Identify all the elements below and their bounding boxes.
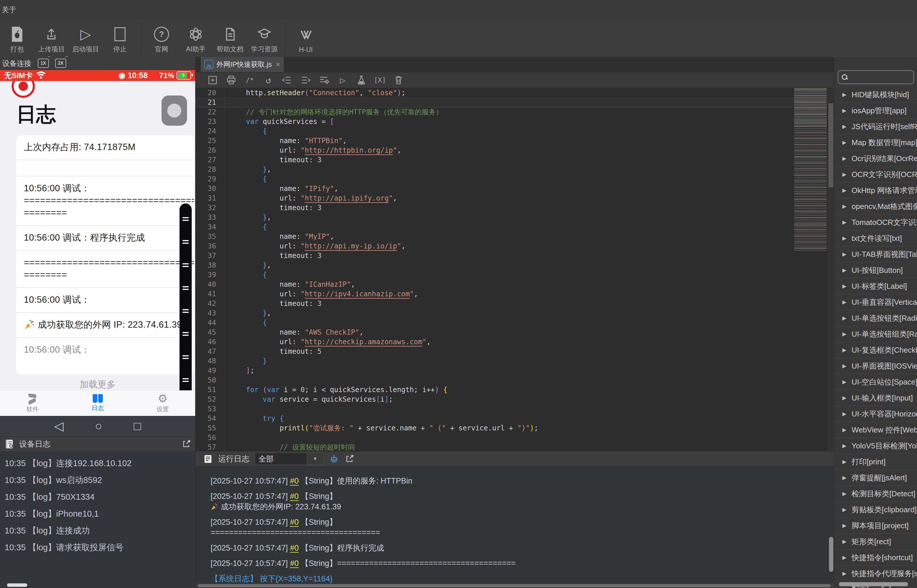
ai-assistant-button[interactable]: AI助手 xyxy=(179,20,213,56)
outdent-button[interactable] xyxy=(282,74,293,86)
editor-vscrollbar[interactable] xyxy=(827,88,834,451)
popout-icon[interactable] xyxy=(181,439,191,449)
code-line: 53 xyxy=(196,404,834,414)
comment-button[interactable]: /* xyxy=(244,74,255,86)
tree-hscroll-thumb[interactable] xyxy=(839,582,908,586)
test-flask-button[interactable] xyxy=(356,74,367,86)
tree-item[interactable]: ▶UI-复选框类[CheckB xyxy=(834,342,917,358)
run-log-hscrollbar[interactable] xyxy=(196,583,834,588)
tree-item[interactable]: ▶快捷指令[shortcut] xyxy=(834,549,917,565)
tree-item[interactable]: ▶UI-输入框类[Input] xyxy=(834,390,917,406)
menu-about[interactable]: 关于 xyxy=(2,5,16,15)
tree-item[interactable]: ▶UI-单选按钮组类[Ra xyxy=(834,326,917,342)
tab-log[interactable]: 日志 xyxy=(65,390,130,416)
tree-item[interactable]: ▶JS代码运行时[selfRu xyxy=(834,118,917,134)
chevron-right-icon: ▶ xyxy=(842,506,846,513)
code-line: 35 name: "MyIP", xyxy=(196,232,834,241)
indent-button[interactable] xyxy=(300,74,311,86)
editor-toolbar: /* ↺ ▷ [X] xyxy=(196,72,834,88)
tree-item[interactable]: ▶UI-按钮[Button] xyxy=(834,262,917,278)
tree-item[interactable]: ▶UI-垂直容器[Vertical xyxy=(834,294,917,310)
log-filter-select[interactable]: 全部 ▼ xyxy=(255,453,324,465)
learning-resources-button[interactable]: 学习资源 xyxy=(247,20,282,56)
code-editor[interactable]: 20 http.setHeader("Connection", "close")… xyxy=(196,88,834,451)
tree-item[interactable]: ▶TomatoOCR文字识别 xyxy=(834,214,917,230)
tree-item[interactable]: ▶Ocr识别结果[OcrRes xyxy=(834,150,917,166)
assistive-touch-button[interactable] xyxy=(162,95,187,126)
run-log-hscroll-thumb[interactable] xyxy=(198,584,831,587)
scale-1x-button[interactable]: 1X xyxy=(38,59,49,68)
tree-item[interactable]: ▶剪贴板类[clipboard] xyxy=(834,501,917,517)
run-script-button[interactable]: ▷ xyxy=(337,74,348,86)
tab-software[interactable]: 软件 xyxy=(0,390,65,416)
run-log-vscroll-thumb[interactable] xyxy=(829,537,833,572)
tree-item[interactable]: ▶WebView 控件[Web xyxy=(834,422,917,438)
js-file-icon: JS xyxy=(204,60,214,69)
stop-button[interactable]: 停止 xyxy=(103,20,137,56)
tree-item[interactable]: ▶UI-TAB界面视图[Tab xyxy=(834,246,917,262)
run-log-list[interactable]: [2025-10-27 10:57:47] #0 【String】使用的服务: … xyxy=(196,467,834,584)
tab-settings[interactable]: ⚙ 设置 xyxy=(130,390,195,416)
minimap[interactable] xyxy=(794,88,827,251)
editor-tab[interactable]: JS 外网IP快速获取.js × xyxy=(201,57,284,72)
wifi-icon xyxy=(36,71,47,79)
phone-screen[interactable]: 日志 上次内存占用: 74.171875M10:56:00 调试：=======… xyxy=(0,81,195,390)
chevron-down-icon[interactable]: ▼ xyxy=(307,453,323,465)
tree-item[interactable]: ▶UI-水平容器[Horizon xyxy=(834,406,917,422)
run-log-title: 运行日志 xyxy=(218,454,250,464)
log-book-icon xyxy=(93,394,103,403)
scroll-indicator-strip[interactable] xyxy=(180,204,192,390)
nav-recents-button[interactable]: □ xyxy=(134,420,141,432)
format-code-button[interactable] xyxy=(319,74,330,86)
tree-item[interactable]: ▶打印[print] xyxy=(834,454,917,470)
tree-item[interactable]: ▶弹窗提醒[jsAlert] xyxy=(834,470,917,486)
print-button[interactable] xyxy=(226,74,237,86)
nav-home-button[interactable]: ○ xyxy=(95,420,102,432)
device-log-hscrollbar[interactable] xyxy=(7,583,27,587)
tree-item[interactable]: ▶OkHttp 网络请求管理 xyxy=(834,182,917,198)
tree-item[interactable]: ▶UI-单选按钮类[Radio xyxy=(834,310,917,326)
tree-item[interactable]: ▶opencv,Mat格式图像 xyxy=(834,198,917,214)
code-line: 38 }, xyxy=(196,261,834,270)
hui-button[interactable]: H-UI xyxy=(289,20,323,56)
variables-button[interactable]: [X] xyxy=(374,74,386,86)
nav-back-button[interactable]: ◁ xyxy=(54,420,63,432)
run-log-entry: 【系统日志】 按下{X=358,Y=1164} xyxy=(211,574,834,583)
upload-project-button[interactable]: 上传项目 xyxy=(34,20,68,56)
search-input[interactable] xyxy=(851,73,914,82)
scale-2x-button[interactable]: 2X xyxy=(55,59,66,68)
undo-button[interactable]: ↺ xyxy=(263,74,274,86)
tree-item[interactable]: ▶UI-空白站位[Space] xyxy=(834,374,917,390)
new-file-button[interactable] xyxy=(207,74,218,86)
code-line: 40 name: "ICanHazIP", xyxy=(196,280,834,289)
phone-tabbar: 软件 日志 ⚙ 设置 xyxy=(0,390,195,416)
code-line: 45 name: "AWS CheckIP", xyxy=(196,328,834,337)
tree-item[interactable]: ▶YoloV5目标检测[Yol xyxy=(834,438,917,454)
tree-item[interactable]: ▶Map 数据管理[map] xyxy=(834,134,917,150)
tree-item[interactable]: ▶UI-界面视图[IOSView xyxy=(834,358,917,374)
phone-mirror[interactable]: 无SIM卡 ◉ 10:58 71% 日志 上次内存占用: 74.171875M1… xyxy=(0,70,195,416)
module-search-box[interactable] xyxy=(838,70,914,84)
tree-item[interactable]: ▶HID键鼠模块[hid] xyxy=(834,87,917,102)
official-site-button[interactable]: ? 官网 xyxy=(144,20,179,56)
tree-item[interactable]: ▶矩形类[rect] xyxy=(834,533,917,549)
clear-log-brush-icon[interactable] xyxy=(329,454,339,464)
tree-item[interactable]: ▶UI-标签类[Label] xyxy=(834,278,917,294)
popout-icon[interactable] xyxy=(345,454,354,464)
start-project-button[interactable]: ▷ 启动项目 xyxy=(68,20,103,56)
device-log-list[interactable]: 10:35 【log】连接192.168.10.10210:35 【log】ws… xyxy=(0,452,195,559)
editor-vscroll-thumb[interactable] xyxy=(828,103,833,187)
tree-item[interactable]: ▶检测目标类[Detect] xyxy=(834,486,917,501)
tree-item[interactable]: ▶快捷指令代理服务[sh xyxy=(834,565,917,582)
gear-icon: ⚙ xyxy=(158,393,168,404)
help-docs-button[interactable]: 帮助文档 xyxy=(213,20,247,56)
tree-item[interactable]: ▶OCR文字识别[OCR] xyxy=(834,166,917,182)
phone-log-row: 上次内存占用: 74.171875M xyxy=(16,135,194,160)
close-icon[interactable]: × xyxy=(276,60,280,69)
tree-item[interactable]: ▶txt文件读写[txt] xyxy=(834,230,917,246)
tree-item[interactable]: ▶iosApp管理[app] xyxy=(834,102,917,118)
tree-item[interactable]: ▶脚本项目[project] xyxy=(834,517,917,533)
package-button[interactable]: 打包 xyxy=(0,20,34,56)
load-more-button[interactable]: 加载更多 xyxy=(0,378,195,390)
clear-trash-button[interactable] xyxy=(393,74,404,86)
